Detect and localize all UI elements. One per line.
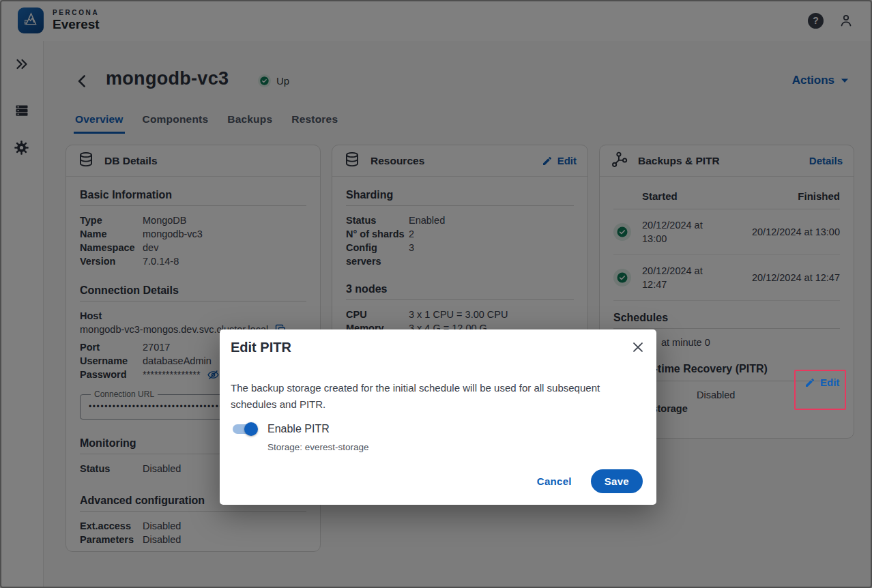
enable-pitr-toggle[interactable]: [231, 421, 258, 437]
dialog-title: Edit PITR: [231, 340, 645, 355]
pitr-edit-button[interactable]: Edit: [804, 377, 839, 388]
pitr-edit-label: Edit: [820, 377, 839, 388]
cancel-button[interactable]: Cancel: [537, 475, 572, 487]
dialog-body-text: The backup storage created for the initi…: [231, 380, 641, 413]
close-icon[interactable]: [630, 340, 645, 355]
pencil-icon: [804, 377, 815, 388]
app-window: PERCONA Everest ?: [0, 0, 872, 588]
edit-pitr-dialog: Edit PITR The backup storage created for…: [220, 329, 656, 505]
enable-pitr-label: Enable PITR: [267, 423, 330, 435]
storage-note: Storage: everest-storage: [267, 442, 645, 452]
save-button[interactable]: Save: [591, 469, 643, 493]
